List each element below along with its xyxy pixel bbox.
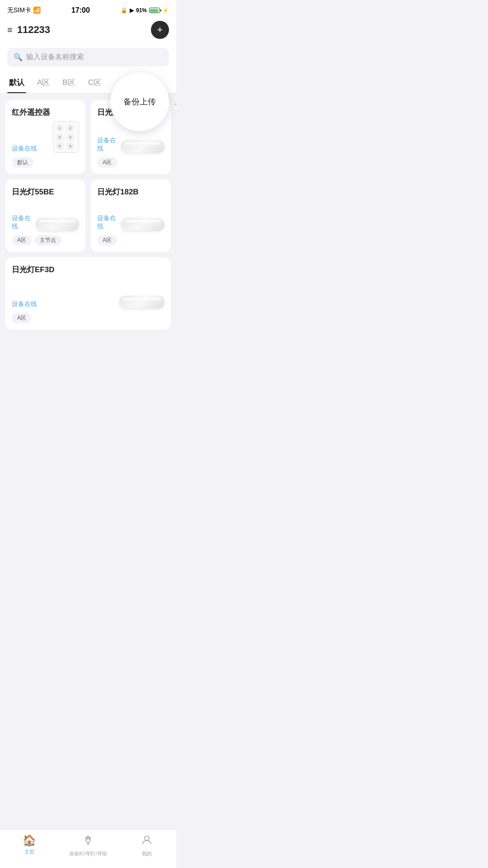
status-bar: 无SIM卡 📶 17:00 🔒 ▶ 91% ⚡ <box>0 0 176 17</box>
battery-icon <box>149 8 160 13</box>
popup-circle[interactable]: 备份上传 <box>110 72 169 131</box>
lock-icon: 🔒 <box>121 7 127 14</box>
plus-icon: + <box>157 24 163 36</box>
add-button[interactable]: + <box>151 21 169 39</box>
header-left: ≡ 112233 <box>7 24 50 36</box>
device-name-182b: 日光灯182B <box>97 187 164 197</box>
remote-btn-4: 4 <box>67 133 74 141</box>
battery-percent: 91% <box>136 7 147 14</box>
device-status-182b: 设备在线 <box>97 214 121 231</box>
device-card-55be[interactable]: 日光灯55BE 设备在线 A区 主节点 <box>5 179 85 252</box>
location-icon: ▶ <box>130 7 134 14</box>
device-card-182b[interactable]: 日光灯182B 设备在线 A区 <box>91 179 171 252</box>
tube-image-55be <box>36 218 79 231</box>
device-card-remote[interactable]: 红外遥控器 设备在线 1 2 3 4 5 6 默认 <box>5 100 85 174</box>
search-placeholder: 输入设备名称搜索 <box>26 52 84 62</box>
remote-btn-2: 2 <box>67 124 74 132</box>
device-body-remote: 设备在线 1 2 3 4 5 6 <box>12 121 79 153</box>
tube-image-182b <box>121 218 164 231</box>
charging-icon: ⚡ <box>162 7 169 14</box>
search-icon: 🔍 <box>14 53 23 61</box>
tag-a-zone-ef3d: A区 <box>12 313 32 323</box>
tab-zone-c[interactable]: C区 <box>86 74 103 93</box>
tab-default[interactable]: 默认 <box>7 74 26 93</box>
remote-btn-1: 1 <box>56 124 63 132</box>
device-card-ef3d[interactable]: 日光灯EF3D 设备在线 A区 <box>5 257 171 330</box>
tag-master-node: 主节点 <box>34 235 61 245</box>
carrier-wifi: 无SIM卡 📶 <box>7 6 41 14</box>
tube-image-ef3d <box>119 296 164 308</box>
device-body-182b: 设备在线 <box>97 201 164 231</box>
device-status-55be: 设备在线 <box>12 214 36 231</box>
header: ≡ 112233 + <box>0 17 176 44</box>
hamburger-icon[interactable]: ≡ <box>7 25 13 35</box>
device-tags-ef3d: A区 <box>12 313 164 323</box>
group-title: 112233 <box>17 24 50 36</box>
device-tags-remote: 默认 <box>12 157 79 168</box>
remote-btn-3: 3 <box>56 133 63 141</box>
remote-image: 1 2 3 4 5 6 <box>53 121 79 153</box>
search-container: 🔍 输入设备名称搜索 <box>0 44 176 72</box>
device-tags-182b: A区 <box>97 235 164 245</box>
device-name-55be: 日光灯55BE <box>12 187 79 197</box>
popup-backup-label: 备份上传 <box>123 96 156 107</box>
remote-btn-5: 5 <box>56 142 63 150</box>
tab-zone-b[interactable]: B区 <box>61 74 77 93</box>
device-status-ef3d: 设备在线 <box>12 300 37 308</box>
device-tags-b406: A区 <box>97 157 164 168</box>
time-display: 17:00 <box>71 6 90 14</box>
tag-a-zone-b406: A区 <box>97 157 117 168</box>
remote-btn-6: 6 <box>67 142 74 150</box>
device-name-remote: 红外遥控器 <box>12 107 79 118</box>
device-tags-55be: A区 主节点 <box>12 235 79 245</box>
popup-menu[interactable]: 备份上传 ... <box>110 72 169 131</box>
status-right-icons: 🔒 ▶ 91% ⚡ <box>121 7 169 14</box>
popup-more-dots[interactable]: ... <box>174 96 176 108</box>
tag-default: 默认 <box>12 157 33 168</box>
device-body-55be: 设备在线 <box>12 201 79 231</box>
device-name-ef3d: 日光灯EF3D <box>12 264 164 275</box>
tag-a-zone-182b: A区 <box>97 235 117 245</box>
device-body-ef3d: 设备在线 <box>12 278 164 308</box>
tab-zone-a[interactable]: A区 <box>35 74 52 93</box>
device-status-b406: 设备在线 <box>97 137 121 153</box>
tag-a-zone-55be: A区 <box>12 235 32 245</box>
search-bar[interactable]: 🔍 输入设备名称搜索 <box>7 48 169 66</box>
device-status-remote: 设备在线 <box>12 145 37 153</box>
tube-image-b406 <box>121 140 164 153</box>
